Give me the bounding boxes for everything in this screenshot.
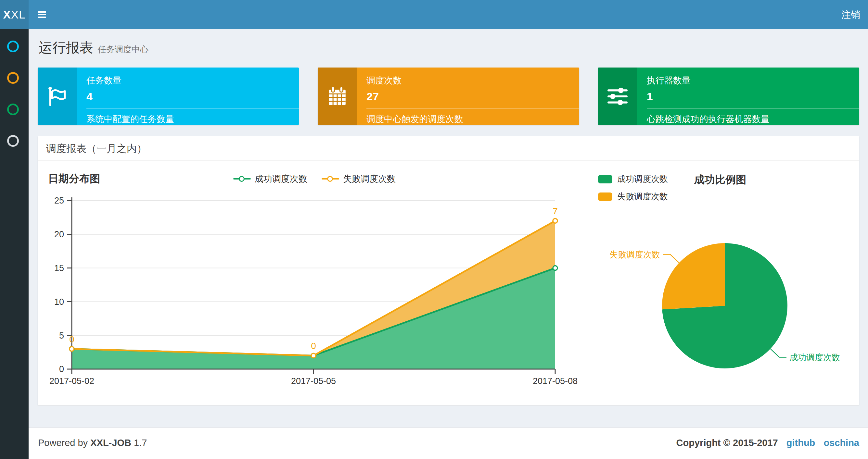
info-box-icon-area bbox=[318, 67, 357, 125]
powered-by-text: Powered by XXL-JOB 1.7 bbox=[38, 427, 147, 458]
svg-text:失败调度次数: 失败调度次数 bbox=[610, 250, 660, 259]
page-title: 运行报表任务调度中心 bbox=[39, 41, 859, 55]
legend-label: 成功调度次数 bbox=[255, 173, 307, 185]
app-logo[interactable]: XXL bbox=[0, 0, 29, 29]
logout-button[interactable]: 注销 bbox=[841, 0, 860, 29]
menu-dispatch-log[interactable] bbox=[7, 103, 19, 115]
sidebar-toggle-icon[interactable] bbox=[38, 11, 46, 18]
info-box-0: 任务数量4系统中配置的任务数量 bbox=[38, 67, 299, 125]
pie-chart-legend: 成功调度次数失败调度次数 bbox=[598, 173, 668, 208]
menu-job-manage[interactable] bbox=[7, 72, 19, 84]
info-box-description: 调度中心触发的调度次数 bbox=[366, 113, 579, 125]
info-box-icon-area bbox=[38, 67, 77, 125]
pie-legend-item-失败调度次数[interactable]: 失败调度次数 bbox=[598, 191, 668, 202]
legend-item-失败调度次数[interactable]: 失败调度次数 bbox=[321, 173, 396, 185]
info-box-1: 调度次数27调度中心触发的调度次数 bbox=[318, 67, 579, 125]
svg-text:10: 10 bbox=[54, 297, 64, 307]
legend-swatch bbox=[598, 175, 612, 184]
info-box-divider bbox=[366, 108, 579, 108]
info-box-description: 心跳检测成功的执行器机器数量 bbox=[647, 113, 859, 125]
copyright-text: Copyright © 2015-2017 bbox=[676, 437, 778, 448]
legend-line-marker bbox=[321, 175, 339, 182]
sliders-icon bbox=[607, 86, 628, 107]
legend-item-成功调度次数[interactable]: 成功调度次数 bbox=[233, 173, 307, 185]
menu-executor-manage[interactable] bbox=[7, 135, 19, 147]
svg-text:2017-05-08: 2017-05-08 bbox=[533, 376, 578, 386]
info-box-description: 系统中配置的任务数量 bbox=[86, 113, 299, 125]
legend-label: 失败调度次数 bbox=[343, 173, 396, 185]
info-box-divider bbox=[86, 108, 299, 108]
info-box-title: 执行器数量 bbox=[647, 75, 859, 86]
info-box-title: 任务数量 bbox=[86, 75, 299, 86]
info-box-value: 1 bbox=[647, 90, 859, 103]
svg-text:成功调度次数: 成功调度次数 bbox=[789, 353, 840, 362]
info-box-value: 4 bbox=[86, 90, 299, 103]
svg-text:5: 5 bbox=[59, 331, 64, 340]
panel-title: 调度报表（一月之内） bbox=[38, 136, 859, 161]
svg-text:25: 25 bbox=[54, 196, 64, 205]
success-ratio-pie-chart: 成功调度次数失败调度次数 bbox=[603, 240, 850, 393]
svg-text:0: 0 bbox=[311, 341, 316, 351]
svg-text:7: 7 bbox=[553, 206, 558, 216]
top-navbar: XXL 注销 bbox=[0, 0, 868, 29]
report-panel: 调度报表（一月之内） 日期分布图 成功调度次数失败调度次数 0510152025… bbox=[38, 136, 859, 405]
date-distribution-chart: 05101520252017-05-022017-05-052017-05-08… bbox=[48, 190, 581, 391]
svg-text:20: 20 bbox=[54, 230, 64, 239]
calendar-icon bbox=[327, 86, 348, 107]
footer: Powered by XXL-JOB 1.7 Copyright © 2015-… bbox=[29, 427, 868, 459]
info-box-divider bbox=[647, 108, 859, 108]
sidebar bbox=[0, 29, 29, 459]
svg-text:2017-05-02: 2017-05-02 bbox=[50, 376, 94, 386]
page-subtitle: 任务调度中心 bbox=[98, 44, 149, 54]
svg-text:2017-05-05: 2017-05-05 bbox=[291, 376, 336, 386]
legend-label: 成功调度次数 bbox=[617, 173, 668, 185]
flag-icon bbox=[46, 86, 68, 107]
main-area: 运行报表任务调度中心 任务数量4系统中配置的任务数量调度次数27调度中心触发的调… bbox=[29, 29, 868, 459]
info-box-2: 执行器数量1心跳检测成功的执行器机器数量 bbox=[598, 67, 859, 125]
github-link[interactable]: github bbox=[786, 437, 815, 448]
line-chart-legend: 成功调度次数失败调度次数 bbox=[48, 173, 581, 185]
info-box-row: 任务数量4系统中配置的任务数量调度次数27调度中心触发的调度次数执行器数量1心跳… bbox=[38, 67, 859, 125]
oschina-link[interactable]: oschina bbox=[824, 437, 859, 448]
legend-swatch bbox=[598, 193, 612, 201]
svg-text:15: 15 bbox=[54, 263, 64, 273]
info-box-title: 调度次数 bbox=[366, 75, 579, 86]
svg-text:0: 0 bbox=[69, 334, 74, 345]
svg-text:0: 0 bbox=[59, 364, 64, 374]
info-box-value: 27 bbox=[366, 90, 579, 103]
legend-line-marker bbox=[233, 175, 251, 182]
pie-chart-title: 成功比例图 bbox=[694, 173, 746, 187]
pie-legend-item-成功调度次数[interactable]: 成功调度次数 bbox=[598, 173, 668, 185]
legend-label: 失败调度次数 bbox=[617, 191, 668, 202]
menu-run-report[interactable] bbox=[7, 40, 19, 52]
info-box-icon-area bbox=[598, 67, 637, 125]
